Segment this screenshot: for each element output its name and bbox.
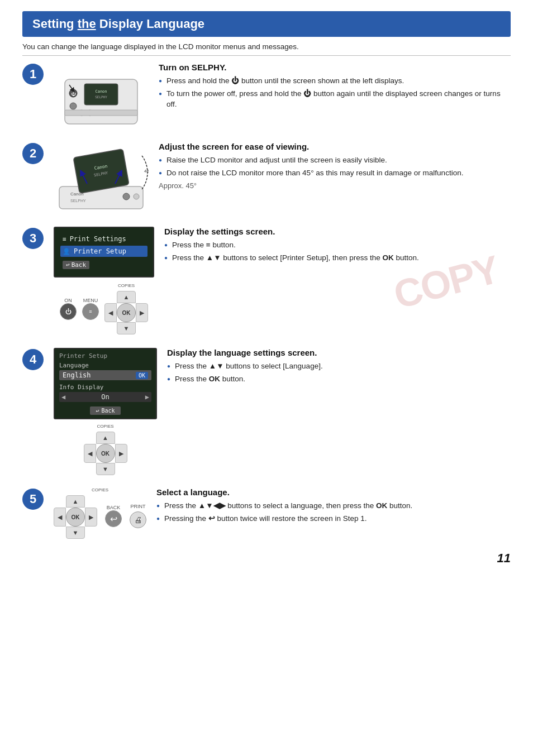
- svg-text:⏻: ⏻: [71, 92, 76, 97]
- step-4-lcd: Printer Setup Language English OK Info D…: [54, 348, 157, 419]
- print-button[interactable]: 🖨: [130, 511, 146, 528]
- step-4-number: 4: [22, 349, 44, 370]
- step-1-content: Turn on SELPHY. Press and hold the ⏻ but…: [159, 63, 511, 112]
- page-number: 11: [22, 551, 511, 566]
- step5-arrow-left[interactable]: ◀: [54, 508, 66, 527]
- step-3-content: Display the settings screen. Press the ≡…: [164, 227, 511, 266]
- on-label: ON: [64, 298, 72, 303]
- step-4-content: Display the language settings screen. Pr…: [167, 348, 511, 387]
- lcd-menu-icon: ≡: [63, 236, 66, 243]
- step5-arrow-right[interactable]: ▶: [85, 508, 97, 527]
- step-2-bullet-1: Raise the LCD monitor and adjust until t…: [159, 155, 511, 166]
- step-2-image: Canon SELPHY Canon SELPHY 45°: [54, 142, 149, 214]
- arrow-down[interactable]: ▼: [117, 322, 136, 334]
- step-3-number: 3: [22, 228, 44, 249]
- svg-point-6: [70, 103, 77, 109]
- step-4-controls: COPIES ▲ ◀ OK ▶ ▼: [84, 424, 127, 475]
- menu-button[interactable]: ≡: [82, 303, 99, 320]
- page-header: Setting the Display Language: [22, 11, 511, 37]
- menu-label: MENU: [83, 298, 98, 303]
- lcd4-title: Printer Setup: [59, 352, 151, 360]
- print-label: PRINT: [131, 504, 146, 509]
- back-label: BACK: [107, 505, 121, 510]
- step-3: 3 ≡ Print Settings 👤 Printer Setup ↩ Bac…: [22, 227, 511, 336]
- step-2: 2 Canon SELPHY Canon SELPHY 45°: [22, 142, 511, 214]
- lcd4-arrow-left: ◀: [61, 393, 65, 401]
- arrow-left[interactable]: ◀: [104, 303, 117, 322]
- step4-ok-cluster: ▲ ◀ OK ▶ ▼: [84, 432, 127, 475]
- lcd4-lang-label: Language: [59, 362, 151, 369]
- step-1-image: Canon SELPHY ⏻: [54, 63, 149, 130]
- step-4-title: Display the language settings screen.: [167, 348, 511, 357]
- lcd-row-print-settings: ≡ Print Settings: [60, 233, 147, 245]
- step5-arrow-down[interactable]: ▼: [66, 527, 85, 539]
- step4-arrow-up[interactable]: ▲: [96, 432, 115, 444]
- step-2-content: Adjust the screen for ease of viewing. R…: [159, 142, 511, 190]
- step-2-title: Adjust the screen for ease of viewing.: [159, 142, 511, 151]
- step4-arrow-right[interactable]: ▶: [115, 444, 127, 463]
- step4-ok-button[interactable]: OK: [96, 444, 115, 463]
- step-1-number: 1: [22, 64, 44, 85]
- svg-text:Canon: Canon: [95, 89, 107, 94]
- step-1-bullet-2: To turn the power off, press and hold th…: [159, 89, 511, 110]
- step-4-bullet-1: Press the ▲▼ buttons to select [Language…: [167, 361, 511, 372]
- step-1-device-svg: Canon SELPHY ⏻: [54, 63, 149, 130]
- svg-text:45°: 45°: [144, 169, 149, 174]
- lcd-row-back: ↩ Back: [60, 259, 147, 271]
- step-5-number: 5: [22, 489, 44, 510]
- step-3-controls: ON ⏻ MENU ≡ COPIES ▲ ◀ OK ▶ ▼: [60, 283, 148, 336]
- step-3-bullet-2: Press the ▲▼ buttons to select [Printer …: [164, 253, 511, 264]
- step-5-image: COPIES ▲ ◀ OK ▶ ▼ BACK ↩ PRINT �: [54, 487, 146, 539]
- step-3-bullet-1: Press the ≡ button.: [164, 240, 511, 251]
- step5-arrow-up[interactable]: ▲: [66, 495, 85, 508]
- arrow-up[interactable]: ▲: [117, 291, 136, 303]
- step5-ok-cluster: ▲ ◀ OK ▶ ▼: [54, 495, 97, 539]
- power-button[interactable]: ⏻: [60, 303, 77, 320]
- back-button[interactable]: ↩: [105, 510, 122, 527]
- step-5-bullet-1: Press the ▲▼◀▶ buttons to select a langu…: [156, 501, 511, 511]
- lcd4-back-btn: ↩ Back: [90, 406, 120, 415]
- intro-text: You can change the language displayed in…: [22, 42, 511, 56]
- lcd4-lang-value: English: [63, 371, 91, 379]
- step-2-bullet-2: Do not raise the LCD monitor more than 4…: [159, 168, 511, 179]
- step-3-lcd: ≡ Print Settings 👤 Printer Setup ↩ Back: [54, 227, 154, 277]
- lcd4-back-icon: ↩: [96, 408, 99, 414]
- step5-ok-button[interactable]: OK: [66, 508, 85, 527]
- lcd4-lang-selected: English OK: [59, 370, 151, 380]
- lcd4-arrow-right: ▶: [145, 393, 149, 401]
- step-2-device-svg: Canon SELPHY Canon SELPHY 45°: [54, 142, 149, 214]
- svg-point-17: [123, 193, 130, 200]
- controls-row1: ON ⏻ MENU ≡ COPIES ▲ ◀ OK ▶ ▼: [60, 283, 148, 334]
- step-3-bullets: Press the ≡ button. Press the ▲▼ buttons…: [164, 240, 511, 264]
- arrow-right[interactable]: ▶: [136, 303, 148, 322]
- lcd4-info-label: Info Display: [59, 384, 151, 391]
- step-2-bullets: Raise the LCD monitor and adjust until t…: [159, 155, 511, 179]
- svg-text:Canon: Canon: [70, 192, 84, 197]
- step-2-number: 2: [22, 143, 44, 164]
- step-4: 4 Printer Setup Language English OK Info…: [22, 348, 511, 475]
- step-1-bullets: Press and hold the ⏻ button until the sc…: [159, 76, 511, 110]
- step-3-title: Display the settings screen.: [164, 227, 511, 236]
- step-1: 1 Canon SELPHY ⏻ Tur: [22, 63, 511, 130]
- step-1-bullet-1: Press and hold the ⏻ button until the sc…: [159, 76, 511, 87]
- step-4-bullet-2: Press the OK button.: [167, 374, 511, 385]
- svg-text:SELPHY: SELPHY: [95, 95, 107, 99]
- lcd4-ok-btn: OK: [136, 372, 148, 379]
- lcd-setup-icon: 👤: [63, 248, 70, 255]
- step-4-bullets: Press the ▲▼ buttons to select [Language…: [167, 361, 511, 385]
- copies-label: COPIES: [118, 283, 135, 288]
- svg-rect-9: [65, 110, 137, 116]
- step-5-bullets: Press the ▲▼◀▶ buttons to select a langu…: [156, 501, 511, 524]
- step4-arrow-down[interactable]: ▼: [96, 463, 115, 475]
- lcd-row-printer-setup: 👤 Printer Setup: [60, 246, 147, 257]
- ok-button[interactable]: OK: [117, 303, 136, 322]
- back-arrow-icon: ↩: [66, 261, 70, 269]
- step-2-approx: Approx. 45°: [159, 181, 511, 190]
- step-1-title: Turn on SELPHY.: [159, 63, 511, 72]
- lcd4-info-row: ◀ On ▶: [59, 392, 151, 402]
- step-5: 5 COPIES ▲ ◀ OK ▶ ▼ BACK ↩: [22, 487, 511, 539]
- lcd4-info-value: On: [101, 393, 109, 401]
- ok-cluster: ▲ ◀ OK ▶ ▼: [104, 291, 148, 334]
- step-3-image: ≡ Print Settings 👤 Printer Setup ↩ Back …: [54, 227, 154, 336]
- step4-arrow-left[interactable]: ◀: [84, 444, 96, 463]
